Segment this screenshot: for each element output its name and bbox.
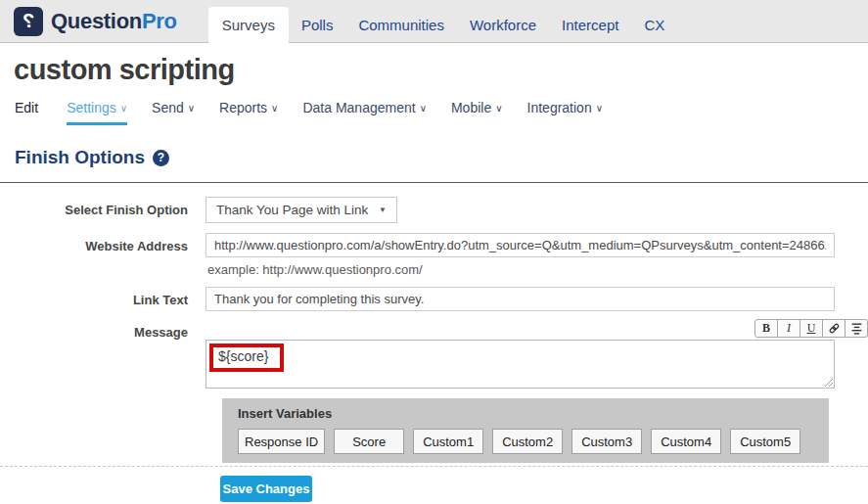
link-text-row: Link Text <box>0 287 868 311</box>
message-row: Message B I U <box>0 319 868 389</box>
section-title: Finish Options <box>15 147 145 168</box>
message-text: ${score} <box>218 348 268 364</box>
formatting-toolbar: B I U <box>206 319 868 338</box>
message-label: Message <box>0 319 206 389</box>
align-button[interactable] <box>845 319 868 338</box>
section-divider <box>0 182 868 183</box>
link-button[interactable] <box>822 319 845 338</box>
top-navigation-bar: ? QuestionPro Surveys Polls Communities … <box>0 0 868 43</box>
underline-button[interactable]: U <box>799 319 823 338</box>
align-center-icon <box>850 322 863 335</box>
insert-variable-button[interactable]: Custom2 <box>492 429 563 454</box>
insert-variable-button[interactable]: Score <box>334 429 404 454</box>
link-text-input[interactable] <box>206 287 835 311</box>
page-title: custom scripting <box>14 53 868 86</box>
survey-menu-item[interactable]: Data Management∨ <box>302 100 427 125</box>
section-header: Finish Options ? <box>15 147 868 168</box>
save-changes-button[interactable]: Save Changes <box>220 476 312 502</box>
chevron-down-icon: ∨ <box>420 103 427 114</box>
finish-option-row: Select Finish Option Thank You Page with… <box>0 197 868 223</box>
primary-tab[interactable]: Intercept <box>549 7 631 42</box>
finish-option-select[interactable]: Thank You Page with Link ▼ <box>206 197 397 223</box>
finish-options-form: Select Finish Option Thank You Page with… <box>0 197 868 389</box>
bold-button[interactable]: B <box>754 319 778 338</box>
finish-option-label: Select Finish Option <box>0 197 206 223</box>
chevron-down-icon: ∨ <box>596 103 603 114</box>
primary-tab[interactable]: Surveys <box>208 7 289 43</box>
website-address-hint: example: http://www.questionpro.com/ <box>206 262 868 277</box>
survey-menu-item[interactable]: Send∨ <box>152 100 195 125</box>
italic-button[interactable]: I <box>777 319 800 338</box>
primary-tab[interactable]: Polls <box>289 7 346 42</box>
insert-variables-panel: Insert Variables Response ID Score Custo… <box>222 398 829 463</box>
insert-variable-button[interactable]: Response ID <box>238 429 325 454</box>
link-text-label: Link Text <box>0 287 206 311</box>
insert-variables-buttons: Response ID Score Custom1 Custom2 Custom… <box>238 429 813 454</box>
survey-menu-item[interactable]: Mobile∨ <box>451 100 503 125</box>
select-caret-icon: ▼ <box>379 206 387 214</box>
link-icon <box>828 322 841 335</box>
finish-option-selected-value: Thank You Page with Link <box>216 203 368 217</box>
help-icon[interactable]: ? <box>153 150 169 166</box>
chevron-down-icon: ∨ <box>188 103 195 114</box>
primary-tab[interactable]: Communities <box>345 7 457 42</box>
insert-variable-button[interactable]: Custom5 <box>730 429 800 454</box>
dashed-divider <box>0 466 868 467</box>
insert-variable-button[interactable]: Custom4 <box>651 429 721 454</box>
chevron-down-icon: ∨ <box>120 103 127 114</box>
insert-variable-button[interactable]: Custom3 <box>571 429 642 454</box>
textarea-resize-handle[interactable] <box>823 377 833 387</box>
questionpro-logo-text: QuestionPro <box>51 9 177 34</box>
survey-menu-item[interactable]: Settings∨ <box>67 100 127 125</box>
survey-menu-item[interactable]: Integration∨ <box>527 100 604 125</box>
website-address-input[interactable] <box>206 233 835 257</box>
primary-tab[interactable]: Workforce <box>457 7 549 42</box>
message-textarea[interactable]: ${score} <box>206 340 835 389</box>
primary-tab[interactable]: CX <box>631 7 677 42</box>
survey-menu-item[interactable]: Edit <box>15 100 42 125</box>
questionpro-logo-icon: ? <box>14 7 43 36</box>
questionpro-logo[interactable]: ? QuestionPro <box>14 0 177 42</box>
website-address-row: Website Address example: http://www.ques… <box>0 233 868 277</box>
chevron-down-icon: ∨ <box>271 103 278 114</box>
insert-variables-title: Insert Variables <box>238 406 813 421</box>
primary-tabs: Surveys Polls Communities Workforce Inte… <box>208 0 678 42</box>
insert-variable-button[interactable]: Custom1 <box>413 429 483 454</box>
survey-menu-item[interactable]: Reports∨ <box>219 100 278 125</box>
questionpro-app: ? QuestionPro Surveys Polls Communities … <box>0 0 868 504</box>
website-address-label: Website Address <box>0 233 206 277</box>
chevron-down-icon: ∨ <box>495 103 502 114</box>
survey-menu: Edit Settings∨ Send∨ Reports∨ Data Manag… <box>15 100 868 125</box>
